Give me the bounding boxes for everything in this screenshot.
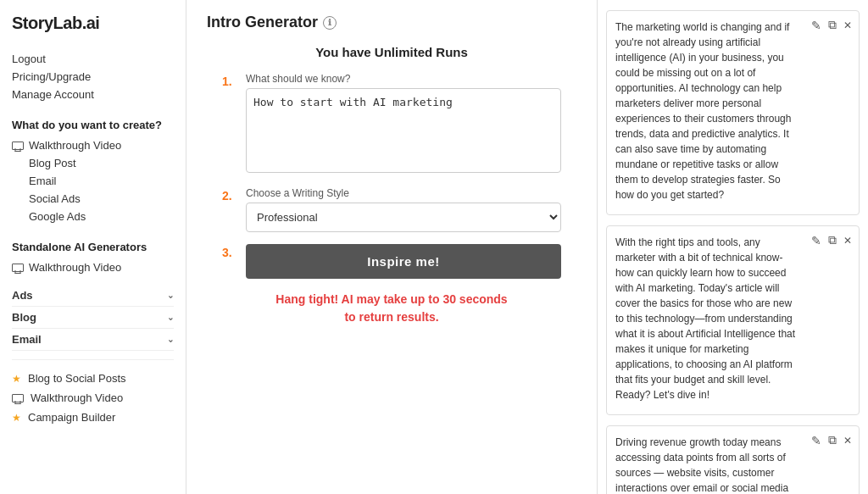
result-1-text: The marketing world is changing and if y… <box>615 19 850 203</box>
pricing-link[interactable]: Pricing/Upgrade <box>12 68 174 86</box>
result-1-close-button[interactable] <box>842 18 854 33</box>
info-icon[interactable]: ℹ <box>323 16 337 30</box>
step-1-row: 1. What should we know? <box>222 73 561 175</box>
writing-style-select[interactable]: Professional Casual Formal Friendly Pers… <box>246 203 561 232</box>
step-2-label: Choose a Writing Style <box>246 187 561 199</box>
email-create[interactable]: Email <box>12 172 174 190</box>
inspire-button[interactable]: Inspire me! <box>246 244 561 279</box>
app-logo: StoryLab.ai <box>12 14 174 33</box>
monitor-icon-standalone <box>12 264 24 272</box>
blog-collapsible[interactable]: Blog ⌄ <box>12 307 174 329</box>
ads-collapsible[interactable]: Ads ⌄ <box>12 285 174 307</box>
result-1-edit-button[interactable] <box>810 17 823 34</box>
result-card-3: Driving revenue growth today means acces… <box>606 425 860 494</box>
blog-label: Blog <box>12 311 36 324</box>
campaign-builder-bottom[interactable]: ★ Campaign Builder <box>12 408 174 427</box>
page-title: Intro Generator <box>207 14 318 31</box>
walkthrough-video-standalone-label: Walkthrough Video <box>29 261 121 274</box>
blog-to-social[interactable]: ★ Blog to Social Posts <box>12 369 174 388</box>
what-should-we-know-input[interactable] <box>246 88 561 173</box>
email-collapsible[interactable]: Email ⌄ <box>12 329 174 351</box>
logout-link[interactable]: Logout <box>12 50 174 68</box>
social-ads-create[interactable]: Social Ads <box>12 190 174 208</box>
result-card-1: The marketing world is changing and if y… <box>606 10 860 215</box>
walkthrough-video-create-label: Walkthrough Video <box>29 139 121 152</box>
waiting-text: Hang tight! AI may take up to 30 seconds… <box>222 291 561 326</box>
step-2-number: 2. <box>222 187 237 203</box>
sidebar-divider <box>12 359 174 360</box>
walkthrough-video-standalone[interactable]: Walkthrough Video <box>12 258 174 276</box>
step-1-number: 1. <box>222 73 237 88</box>
create-section-label: What do you want to create? <box>12 119 162 131</box>
chevron-down-icon: ⌄ <box>167 291 174 300</box>
monitor-icon <box>12 142 24 150</box>
result-1-copy-button[interactable] <box>826 16 838 34</box>
manage-account-link[interactable]: Manage Account <box>12 86 174 103</box>
star-icon: ★ <box>12 373 21 385</box>
blog-to-social-label: Blog to Social Posts <box>28 372 126 385</box>
chevron-down-icon: ⌄ <box>167 313 174 322</box>
step-1-content: What should we know? <box>246 73 561 175</box>
waiting-text-label: Hang tight! AI may take up to 30 seconds… <box>275 292 507 324</box>
result-3-copy-button[interactable] <box>826 431 838 449</box>
step-3-row: 3. Inspire me! <box>222 244 561 279</box>
walkthrough-video-bottom[interactable]: Walkthrough Video <box>12 388 174 408</box>
result-3-close-button[interactable] <box>842 433 854 448</box>
result-3-actions <box>810 431 854 449</box>
blog-post-create[interactable]: Blog Post <box>12 154 174 172</box>
step-2-row: 2. Choose a Writing Style Professional C… <box>222 187 561 232</box>
ads-label: Ads <box>12 289 33 302</box>
result-3-edit-button[interactable] <box>810 432 823 449</box>
result-2-close-button[interactable] <box>842 233 854 248</box>
step-2-content: Choose a Writing Style Professional Casu… <box>246 187 561 232</box>
top-nav: Logout Pricing/Upgrade Manage Account <box>12 50 174 103</box>
create-section-title: What do you want to create? <box>12 119 174 131</box>
form-section: 1. What should we know? 2. Choose a Writ… <box>222 73 561 326</box>
step-3-number: 3. <box>222 244 237 259</box>
step-1-label: What should we know? <box>246 73 561 85</box>
result-2-edit-button[interactable] <box>810 232 823 249</box>
result-1-actions <box>810 16 854 34</box>
result-2-actions <box>810 231 854 249</box>
result-card-2: With the right tips and tools, any marke… <box>606 225 860 415</box>
unlimited-runs-label: You have Unlimited Runs <box>207 45 576 59</box>
walkthrough-video-create[interactable]: Walkthrough Video <box>12 136 174 154</box>
monitor-icon-bottom <box>12 394 24 402</box>
google-ads-create[interactable]: Google Ads <box>12 208 174 225</box>
standalone-section-title: Standalone AI Generators <box>12 241 174 253</box>
sidebar: StoryLab.ai Logout Pricing/Upgrade Manag… <box>0 0 186 494</box>
star-icon-campaign: ★ <box>12 412 21 424</box>
email-label: Email <box>12 333 42 346</box>
page-title-container: Intro Generator ℹ <box>207 14 576 31</box>
campaign-builder-label: Campaign Builder <box>28 411 115 424</box>
walkthrough-video-bottom-label: Walkthrough Video <box>31 391 123 404</box>
collapsible-section: Ads ⌄ Blog ⌄ Email ⌄ <box>12 285 174 351</box>
step-3-content: Inspire me! <box>246 244 561 279</box>
result-2-copy-button[interactable] <box>826 231 838 249</box>
chevron-down-icon: ⌄ <box>167 335 174 344</box>
results-panel: The marketing world is changing and if y… <box>597 0 868 494</box>
main-content: Intro Generator ℹ You have Unlimited Run… <box>186 0 597 494</box>
result-2-text: With the right tips and tools, any marke… <box>615 235 850 402</box>
